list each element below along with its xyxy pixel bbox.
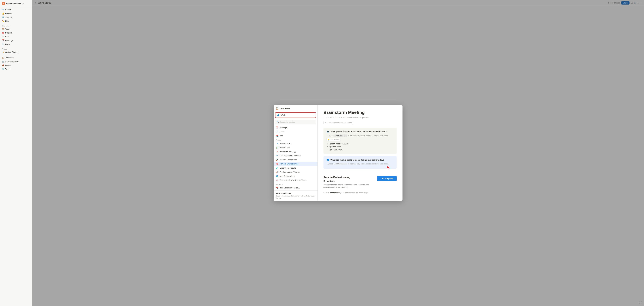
template-list: 📅 Meetings 📄 Docs 📚 Wiki Product 🔹 bbox=[274, 125, 318, 191]
bullet-3: @Sohrab Amin - bbox=[329, 148, 394, 151]
templates-header-icon: 📋 bbox=[276, 107, 279, 110]
launch-tracker-label: Product Launch Tracker bbox=[280, 171, 300, 173]
wiki-label: Wiki bbox=[5, 35, 9, 38]
launch-brief-icon: 🚀 bbox=[276, 159, 278, 161]
get-template-button[interactable]: Get template bbox=[377, 176, 397, 181]
teamspace-label: Teamspace bbox=[1, 24, 31, 27]
blog-icon: 📅 bbox=[276, 187, 278, 189]
q1-icon: 💻 bbox=[326, 130, 329, 133]
sidebar-item-meetings[interactable]: 📅 Meetings bbox=[1, 38, 31, 42]
add-brainstorm-label: Add a new brainstorm question bbox=[328, 122, 352, 124]
template-search[interactable]: 🔍 bbox=[275, 120, 316, 124]
list-item-user-journey[interactable]: 🗺️ User Journey Map bbox=[274, 174, 318, 178]
bullet-1: @Matt Piccolella (Old) - bbox=[329, 142, 394, 145]
meetings-list-label: Meetings bbox=[280, 126, 287, 129]
q2-text: What are the biggest problems facing our… bbox=[330, 159, 384, 161]
sidebar-settings[interactable]: ⚙️ Settings bbox=[1, 15, 31, 19]
hint-bold: Templates bbox=[329, 192, 338, 194]
q1-subtitle-pre: ↓ Click the bbox=[326, 134, 334, 137]
list-item-docs[interactable]: 📄 Docs bbox=[274, 130, 318, 134]
list-item-experiment-results[interactable]: 🧪 Experiment Results bbox=[274, 166, 318, 170]
list-item-launch-tracker[interactable]: 🚀 Product Launch Tracker bbox=[274, 170, 318, 174]
list-item-user-research[interactable]: 🔍 User Research Database bbox=[274, 154, 318, 158]
dropdown-label: Work bbox=[281, 114, 312, 116]
projects-icon: 🎯 bbox=[2, 31, 4, 34]
settings-label: Settings bbox=[5, 16, 12, 18]
list-item-remote-brainstorming[interactable]: 🧠 Remote Brainstorming bbox=[274, 162, 318, 166]
private-label: Private bbox=[1, 47, 31, 50]
add-idea-label: Add an idea bbox=[330, 139, 339, 140]
list-item-wiki[interactable]: 📚 Wiki bbox=[274, 134, 318, 138]
wiki-list-icon: 📚 bbox=[276, 135, 278, 137]
list-item-blog-editorial[interactable]: 📅 Blog Editorial Schedul... bbox=[274, 186, 318, 190]
list-item-product-spec[interactable]: 🔹 Product Spec bbox=[274, 141, 318, 145]
brainstorming-icon: 🧠 bbox=[276, 163, 278, 165]
modal-header-label: Templates bbox=[280, 107, 290, 110]
template-description: Boost your teams remote collaboration wi… bbox=[324, 184, 377, 189]
subtitle-arrow: ↓ bbox=[324, 116, 324, 119]
more-templates-title[interactable]: More templates ● bbox=[276, 192, 316, 194]
import-icon: 📥 bbox=[2, 64, 4, 66]
dropdown-emoji: 🧳 bbox=[277, 114, 280, 116]
add-icon: ✦ bbox=[325, 122, 326, 124]
sidebar-item-templates[interactable]: 📋 Templates bbox=[1, 56, 31, 59]
get-template-label: Get template bbox=[381, 177, 393, 180]
experiment-label: Experiment Results bbox=[280, 167, 296, 169]
notion-logo: N bbox=[324, 180, 326, 182]
sidebar-item-projects[interactable]: 🎯 Projects bbox=[1, 31, 31, 35]
meetings-label: Meetings bbox=[5, 39, 13, 41]
workspace-name: Team Workspace bbox=[6, 2, 21, 5]
templates-icon: 📋 bbox=[2, 56, 4, 59]
sidebar-item-team[interactable]: 🏠 Team bbox=[1, 27, 31, 31]
q2-subtitle-pre: ↓ Click the bbox=[326, 163, 334, 165]
bulb-icon: 💡 bbox=[328, 139, 330, 141]
sidebar-item-import[interactable]: 📥 Import bbox=[1, 63, 31, 67]
list-item-meetings[interactable]: 📅 Meetings bbox=[274, 126, 318, 130]
brainstorming-label: Remote Brainstorming bbox=[280, 163, 298, 165]
product-spec-label: Product Spec bbox=[280, 142, 291, 144]
wiki-icon: 📖 bbox=[2, 35, 4, 38]
workspace-header[interactable]: T Team Workspace ◇ bbox=[1, 1, 31, 6]
sidebar-nav: 🔍 Search 🔔 Updates ⚙️ Settings ✏️ New bbox=[0, 7, 32, 23]
docs-list-icon: 📄 bbox=[276, 131, 278, 133]
workspace-chevron: ◇ bbox=[22, 3, 24, 4]
category-dropdown[interactable]: 🧳 Work ▾ bbox=[275, 112, 316, 118]
docs-label: Docs bbox=[5, 43, 10, 45]
sidebar-new[interactable]: ✏️ New bbox=[1, 19, 31, 23]
sidebar-item-docs[interactable]: 📄 Docs bbox=[1, 42, 31, 46]
list-item-launch-brief[interactable]: 🚀 Product Launch Brief bbox=[274, 158, 318, 162]
modal-header: 📋 Templates bbox=[274, 105, 318, 111]
meetings-list-icon: 📅 bbox=[276, 126, 278, 129]
search-label: Search bbox=[5, 9, 11, 11]
import-label: Import bbox=[5, 64, 11, 66]
sidebar-item-wiki[interactable]: 📖 Wiki bbox=[1, 35, 31, 38]
hint-text: • Click Templates in your sidebar to add… bbox=[324, 192, 397, 194]
sidebar-search[interactable]: 🔍 Search bbox=[1, 8, 31, 11]
q2-code-chip: Add an idea bbox=[335, 163, 347, 165]
blog-label: Blog Editorial Schedul... bbox=[280, 187, 300, 189]
list-item-vision-strategy[interactable]: 🔺 Vision and Strategy bbox=[274, 150, 318, 154]
vision-label: Vision and Strategy bbox=[280, 150, 296, 153]
q2-header: 👥 What are the biggest problems facing o… bbox=[326, 158, 394, 161]
list-item-okr[interactable]: 📈 Objectives & Key Results Trac... bbox=[274, 178, 318, 182]
docs-icon: 📄 bbox=[2, 43, 4, 45]
search-input[interactable] bbox=[280, 121, 314, 123]
add-idea-button-1[interactable]: 💡 Add an idea bbox=[326, 138, 340, 141]
more-templates[interactable]: More templates ● Discover thousands of t… bbox=[274, 191, 318, 201]
hint-post: in your sidebar to add pre-made pages bbox=[338, 192, 368, 194]
all-teamspaces-icon: 🏢 bbox=[2, 60, 4, 63]
add-brainstorm-question-button[interactable]: ✦ Add a new brainstorm question bbox=[324, 121, 353, 124]
modal-left-panel: 📋 Templates 🧳 Work ▾ 🔍 bbox=[274, 105, 318, 201]
team-label: Team bbox=[5, 28, 10, 30]
sidebar-item-all-teamspaces[interactable]: 🏢 All teamspaces bbox=[1, 59, 31, 63]
sidebar-updates[interactable]: 🔔 Updates bbox=[1, 11, 31, 15]
sidebar-item-getting-started[interactable]: 📝 Getting Started bbox=[1, 50, 31, 54]
list-item-product-wiki[interactable]: 📊 Product Wiki bbox=[274, 145, 318, 150]
sidebar-top: T Team Workspace ◇ bbox=[0, 0, 32, 7]
meetings-icon: 📅 bbox=[2, 39, 4, 41]
search-icon: 🔍 bbox=[2, 8, 4, 11]
trash-label: Trash bbox=[5, 68, 10, 70]
sidebar-item-trash[interactable]: 🗑️ Trash bbox=[1, 67, 31, 71]
dropdown-inner[interactable]: 🧳 Work ▾ bbox=[276, 113, 316, 118]
q2-subtitle-post: to automatically create a bullet point w… bbox=[348, 163, 388, 165]
